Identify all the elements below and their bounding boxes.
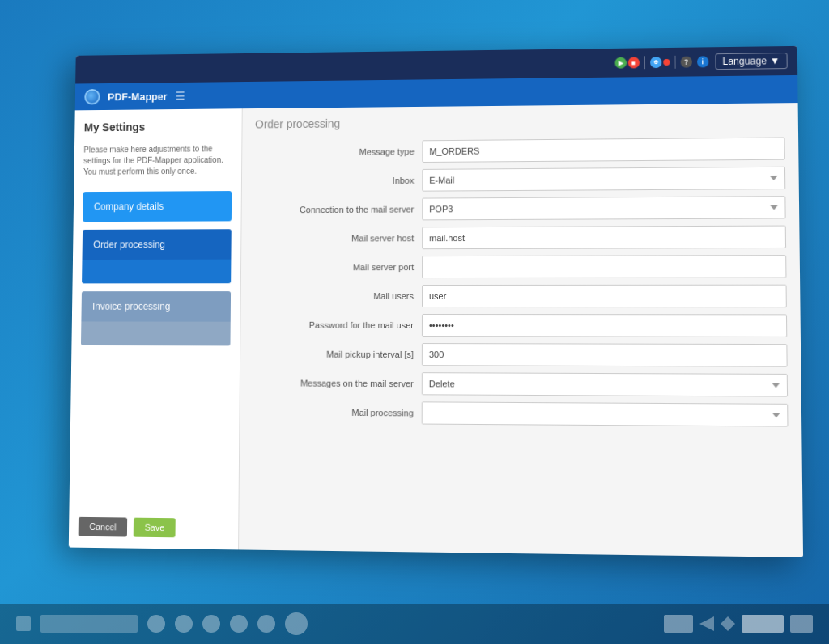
language-button[interactable]: Language ▼ (715, 53, 788, 70)
field-message-type (422, 137, 785, 163)
taskbar-dot-4[interactable] (230, 615, 248, 633)
cancel-button[interactable]: Cancel (79, 517, 128, 537)
play-icon-group[interactable]: ▶ ■ (614, 57, 639, 68)
taskbar (0, 604, 829, 644)
input-port[interactable] (422, 255, 786, 278)
input-password[interactable] (422, 314, 787, 337)
language-arrow-icon: ▼ (770, 55, 780, 66)
field-password (422, 314, 787, 337)
select-processing[interactable] (422, 401, 789, 426)
language-label: Language (722, 55, 767, 67)
share-icon: ⊕ (650, 57, 661, 68)
separator-2 (674, 56, 675, 69)
taskbar-window-icon[interactable] (664, 615, 693, 633)
taskbar-light-rect (742, 615, 784, 633)
form-row-host: Mail server host (254, 226, 786, 250)
invoice-label: Invoice processing (81, 291, 231, 322)
form-row-interval: Mail pickup interval [s] (253, 343, 788, 367)
form-row-password: Password for the mail user (253, 314, 787, 337)
info-icon[interactable]: i (697, 56, 708, 67)
form-row-message-type: Message type (255, 137, 785, 163)
content-area: Order processing Message type Inbox E-Ma… (239, 103, 803, 557)
company-label: Company details (83, 191, 232, 222)
app-logo (84, 89, 100, 105)
share-red-dot (663, 59, 670, 66)
taskbar-dot-2[interactable] (175, 615, 193, 633)
play-green-icon: ▶ (614, 57, 626, 69)
taskbar-dot-5[interactable] (257, 615, 275, 633)
app-content: PDF-Mapper ☰ My Settings Please make her… (69, 75, 803, 557)
app-title: PDF-Mapper (108, 90, 168, 102)
taskbar-dot-6[interactable] (285, 612, 308, 635)
form-row-users: Mail users (253, 285, 787, 308)
field-port (422, 255, 786, 278)
separator-1 (644, 56, 645, 69)
field-processing (422, 401, 789, 426)
select-inbox[interactable]: E-Mail (422, 167, 785, 192)
label-port: Mail server port (254, 262, 414, 272)
field-connection: POP3 (422, 196, 785, 220)
field-inbox: E-Mail (422, 167, 785, 192)
play-red-icon: ■ (627, 57, 639, 68)
section-title: Order processing (255, 112, 784, 130)
sidebar-item-order[interactable]: Order processing (82, 229, 232, 283)
sidebar: My Settings Please make here adjustments… (69, 108, 243, 549)
form-row-inbox: Inbox E-Mail (254, 167, 785, 193)
input-message-type[interactable] (422, 137, 785, 163)
form-row-processing: Mail processing (253, 400, 788, 426)
sidebar-item-company[interactable]: Company details (83, 191, 232, 222)
label-users: Mail users (253, 291, 414, 301)
label-connection: Connection to the mail server (254, 205, 414, 215)
form-row-port: Mail server port (254, 255, 787, 278)
select-connection[interactable]: POP3 (422, 196, 785, 220)
input-users[interactable] (422, 285, 787, 308)
sidebar-title: My Settings (84, 120, 232, 133)
taskbar-dot-1[interactable] (147, 615, 165, 633)
screen-wrapper: ▶ ■ ⊕ ? i Language ▼ PDF-Mapper ☰ (69, 46, 803, 557)
form-row-messages: Messages on the mail server Delete (253, 371, 788, 396)
field-interval (422, 343, 788, 367)
field-users (422, 285, 787, 308)
taskbar-diamond-icon[interactable] (721, 616, 735, 631)
label-interval: Mail pickup interval [s] (253, 349, 414, 359)
save-button[interactable]: Save (134, 518, 176, 538)
taskbar-back-arrow-icon[interactable] (699, 616, 714, 631)
taskbar-small-rect[interactable] (790, 615, 813, 633)
sidebar-description: Please make here adjustments to the sett… (83, 143, 232, 177)
help-icon[interactable]: ? (680, 57, 691, 68)
label-messages: Messages on the mail server (253, 378, 413, 388)
order-sub (82, 260, 231, 284)
field-messages: Delete (422, 372, 788, 396)
form-row-connection: Connection to the mail server POP3 (254, 196, 786, 221)
select-messages[interactable]: Delete (422, 372, 788, 396)
sidebar-buttons: Cancel Save (79, 501, 229, 538)
hamburger-menu-icon[interactable]: ☰ (175, 90, 185, 103)
taskbar-search-bar[interactable] (40, 615, 138, 633)
order-label: Order processing (82, 229, 231, 260)
label-inbox: Inbox (255, 176, 414, 186)
label-host: Mail server host (254, 233, 414, 244)
start-button[interactable] (16, 616, 31, 631)
share-icon-group[interactable]: ⊕ (650, 57, 670, 68)
field-host (422, 226, 786, 250)
taskbar-right (664, 615, 813, 633)
input-host[interactable] (422, 226, 786, 250)
sidebar-item-invoice[interactable]: Invoice processing (81, 291, 231, 345)
main-layout: My Settings Please make here adjustments… (69, 103, 803, 557)
input-interval[interactable] (422, 343, 788, 367)
label-password: Password for the mail user (253, 320, 414, 330)
taskbar-dot-3[interactable] (202, 615, 220, 633)
invoice-sub (81, 321, 231, 345)
label-message-type: Message type (255, 146, 414, 157)
label-processing: Mail processing (253, 407, 414, 417)
